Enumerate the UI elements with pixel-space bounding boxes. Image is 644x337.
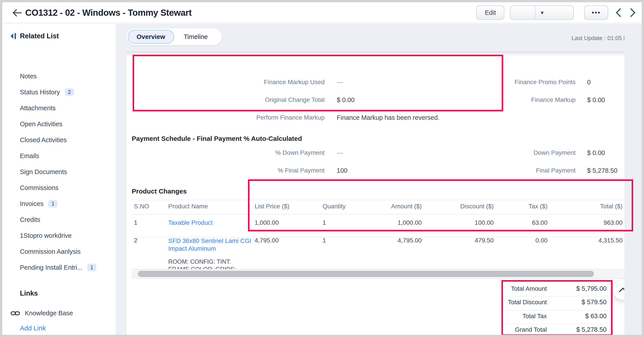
tab-timeline[interactable]: Timeline [174, 33, 218, 40]
total-label: Grand Total [502, 326, 547, 333]
sidebar-item-label: Pending Install Entri... [20, 264, 82, 271]
column-header-tax: Tax ($) [494, 203, 548, 210]
horizontal-scrollbar-thumb[interactable] [138, 271, 594, 277]
cell-amount: 1,000.00 [368, 219, 422, 226]
related-list-title: Related List [20, 32, 59, 40]
sidebar-item-commissions[interactable]: Commissions [20, 183, 58, 193]
page-title: CO1312 - 02 - Windows - Tommy Stewart [25, 2, 192, 23]
esign-dropdown-toggle[interactable]: ▾ [535, 6, 549, 19]
sidebar-item-emails[interactable]: Emails [20, 151, 39, 161]
sidebar-item-label: Closed Activities [20, 136, 67, 144]
back-arrow-icon [12, 9, 22, 16]
cell-list-price: 4,795.00 [254, 237, 279, 244]
cell-tax: 0.00 [494, 237, 548, 244]
totals-divider [503, 310, 612, 310]
field-value: 100 [337, 167, 347, 174]
sidebar-item-pending-install-entries[interactable]: Pending Install Entri...1 [20, 262, 96, 272]
links-title: Links [20, 290, 38, 297]
chevron-right-icon [630, 8, 636, 17]
totals-divider [503, 324, 612, 324]
cell-amount: 4,795.00 [368, 237, 422, 244]
total-value: $ 5,795.00 [551, 285, 606, 292]
sidebar-item-sign-documents[interactable]: Sign Documents [20, 167, 67, 177]
back-button[interactable] [11, 7, 22, 18]
column-header-quantity: Quantity [322, 203, 346, 210]
app-window: CO1312 - 02 - Windows - Tommy Stewart Ed… [2, 2, 642, 335]
total-value: $ 5,278.50 [551, 326, 606, 333]
field-value: $ 5,278.50 [587, 167, 618, 174]
chain-link-icon [11, 311, 20, 316]
more-actions-button[interactable]: ••• [584, 6, 608, 20]
sidebar-item-commission-analysis[interactable]: Commission Aanlysis [20, 247, 80, 256]
field-label: Final Payment [476, 167, 576, 174]
product-link[interactable]: SFD 36x80 Sentinel Lami CGI Impact Alumi… [168, 237, 254, 252]
send-for-esign-button[interactable]: Send For E-Sign ▾ [510, 6, 574, 20]
payment-schedule-heading: Payment Schedule - Final Payment % Auto-… [132, 135, 302, 142]
sidebar-item-closed-activities[interactable]: Closed Activities [20, 135, 67, 145]
sidebar-item-label: Open Activities [20, 120, 62, 128]
edit-button-label: Edit [485, 9, 496, 16]
add-link-button[interactable]: Add Link [20, 324, 46, 332]
field-label: Original Change Total [225, 96, 324, 104]
field-value: — [337, 149, 343, 156]
sidebar-item-open-activities[interactable]: Open Activities [20, 119, 62, 129]
previous-record-button[interactable] [612, 7, 624, 18]
sidebar-item-label: Emails [20, 152, 39, 160]
cell-sno: 2 [134, 237, 138, 244]
tab-overview[interactable]: Overview [128, 30, 174, 44]
field-label: % Down Payment [225, 149, 324, 156]
last-update-text: Last Update : 01:05 PM [572, 35, 632, 42]
total-label: Total Amount [502, 285, 547, 292]
edit-button[interactable]: Edit [476, 6, 504, 20]
field-value: $ 0.00 [587, 149, 605, 156]
field-value: 0 [587, 78, 591, 86]
table-divider [132, 214, 626, 214]
ellipsis-icon: ••• [592, 9, 601, 16]
field-value: Finance Markup has been reversed. [337, 114, 440, 121]
sidebar-item-attachments[interactable]: Attachments [20, 103, 56, 113]
field-label: Down Payment [476, 149, 576, 156]
knowledge-base-link[interactable]: Knowledge Base [11, 310, 73, 317]
field-value: $ 0.00 [587, 96, 605, 104]
field-value: $ 0.00 [337, 96, 355, 104]
sidebar-item-label: Commission Aanlysis [20, 248, 80, 255]
sidebar-item-notes[interactable]: Notes [20, 71, 37, 81]
count-badge: 1 [48, 200, 57, 208]
total-value: $ 63.00 [551, 312, 606, 320]
table-divider [132, 200, 626, 200]
field-value: — [337, 78, 343, 86]
sidebar-item-credits[interactable]: Credits [20, 215, 40, 224]
sidebar-item-1stopro-workdrive[interactable]: 1Stopro workdrive [20, 231, 72, 240]
main-content: Overview Timeline Last Update : 01:05 PM… [116, 24, 642, 335]
field-label: Finance Markup Used [225, 78, 324, 86]
sidebar-item-label: Commissions [20, 184, 58, 192]
sidebar-item-label: Attachments [20, 104, 56, 112]
next-record-button[interactable] [627, 7, 639, 18]
total-value: $ 579.50 [551, 298, 606, 306]
product-link[interactable]: Taxable Product [168, 219, 213, 226]
cell-tax: 63.00 [494, 219, 548, 226]
config-note-line1: ROOM: CONFIG: TINT: [168, 258, 236, 266]
sidebar-item-label: Invoices [20, 200, 44, 208]
cell-quantity: 1 [322, 237, 326, 244]
sidebar-item-label: 1Stopro workdrive [20, 232, 72, 239]
sidebar-item-label: Notes [20, 73, 37, 80]
cell-discount: 100.00 [440, 219, 494, 226]
tab-bar: Overview Timeline [126, 28, 222, 45]
cell-discount: 479.50 [440, 237, 494, 244]
column-header-sno: S.NO [134, 203, 149, 210]
field-label: Finance Promo Points [476, 78, 576, 86]
sidebar-item-label: Sign Documents [20, 168, 67, 176]
column-header-total: Total ($) [570, 203, 622, 210]
cell-quantity: 1 [322, 219, 326, 226]
record-detail-card [126, 51, 637, 335]
sidebar-item-status-history[interactable]: Status History2 [20, 87, 74, 97]
collapse-sidebar-icon[interactable] [10, 32, 17, 40]
knowledge-base-label: Knowledge Base [25, 310, 73, 317]
column-header-amount: Amount ($) [368, 203, 422, 210]
chevron-left-icon [616, 8, 621, 17]
chevron-down-icon: ▾ [540, 9, 544, 16]
horizontal-scrollbar-track[interactable] [132, 269, 626, 279]
sidebar-item-invoices[interactable]: Invoices1 [20, 199, 58, 208]
total-label: Total Tax [502, 313, 547, 320]
